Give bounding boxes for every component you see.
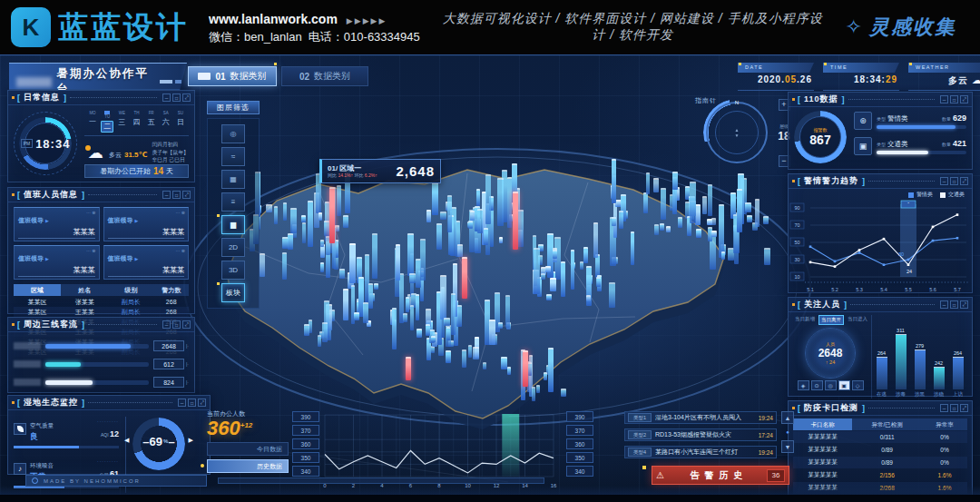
- collapse-icon[interactable]: ─: [940, 177, 948, 185]
- expand-icon[interactable]: ⤢: [960, 95, 968, 103]
- flow-track: [45, 344, 149, 349]
- data-tower: [763, 216, 768, 224]
- window-icon[interactable]: □: [950, 95, 958, 103]
- alert-item[interactable]: 类型2RD13-53烟感报警疑似火灾17:24: [624, 428, 777, 441]
- tool-building[interactable]: ▦: [221, 170, 245, 189]
- tool-3d[interactable]: 3D: [221, 261, 245, 280]
- window-icon[interactable]: □: [950, 177, 958, 185]
- alert-history-banner[interactable]: ⚠ 告警历史 36: [652, 466, 789, 485]
- window-icon[interactable]: □: [172, 94, 181, 102]
- window-icon[interactable]: □: [188, 399, 196, 407]
- data-tower: [396, 244, 401, 280]
- persons-tab[interactable]: 当日进入: [846, 315, 869, 325]
- tool-2d[interactable]: 2D: [221, 238, 245, 257]
- collapse-icon[interactable]: ─: [162, 94, 171, 102]
- window-icon[interactable]: □: [950, 404, 958, 412]
- weekday[interactable]: FR五: [145, 111, 158, 133]
- category-icon-0[interactable]: ◈: [798, 380, 809, 390]
- data-tower: [631, 231, 634, 266]
- tool-block[interactable]: 板块: [221, 283, 245, 302]
- data-tower: [320, 240, 324, 246]
- expand-icon[interactable]: ⤢: [198, 399, 206, 407]
- weekday[interactable]: WE三: [115, 111, 128, 133]
- layer-tools: ◎≈▦≡▆2D3D板块: [207, 118, 260, 309]
- persons-tab[interactable]: 当日新增: [793, 315, 817, 325]
- scroll-up-icon[interactable]: ▲: [781, 411, 794, 424]
- inspiration-collect[interactable]: ✧ 灵感收集: [846, 14, 956, 41]
- tab-data-category-1[interactable]: 01 数据类别: [188, 66, 277, 86]
- gauge-left-arrow[interactable]: ◀: [124, 437, 129, 444]
- weekday-en: WE: [115, 111, 128, 115]
- collapse-icon[interactable]: ─: [162, 191, 171, 199]
- alert-item[interactable]: 类型1湿地3-104片区有不明人员闯入19:24: [624, 411, 777, 424]
- lunar-calendar: 闰四月初四 庚子年【鼠年】 辛巳月 己巳日: [152, 141, 189, 164]
- weekday[interactable]: SA六: [160, 111, 172, 133]
- data-tower: [690, 182, 696, 223]
- expand-icon[interactable]: ⤢: [182, 94, 191, 102]
- expand-icon[interactable]: ⤢: [960, 300, 968, 309]
- level-dots: ·········: [97, 458, 119, 464]
- tool-poi[interactable]: ◎: [221, 124, 245, 143]
- collapse-icon[interactable]: ─: [940, 95, 948, 103]
- y-axis-left: 390370360350340: [292, 411, 319, 477]
- collapse-icon[interactable]: ─: [940, 300, 948, 309]
- card-mini-icons: ··· ⊗: [86, 210, 96, 215]
- data-tower: [643, 192, 648, 214]
- tool-list[interactable]: ≡: [221, 192, 245, 212]
- category-icon-3[interactable]: ▣: [838, 380, 850, 390]
- category-icon-4[interactable]: ◇: [852, 380, 864, 390]
- weekday-en: SA: [160, 111, 172, 115]
- alert-history-count: 36: [767, 469, 785, 482]
- axis-tick: 390: [292, 411, 319, 422]
- duty-leader-card[interactable]: 值班领导▶··· ⊗某某某: [103, 245, 190, 280]
- data-tower: [457, 244, 463, 257]
- window-icon[interactable]: □: [950, 300, 958, 309]
- data-tower: [580, 261, 583, 269]
- tab-data-category-2[interactable]: 02 数据类别: [281, 66, 368, 86]
- data-tower: [451, 293, 456, 335]
- gauge-right-arrow[interactable]: ▶: [189, 437, 193, 444]
- card-mini-icons: ··· ⊗: [175, 210, 185, 215]
- duty-leader-card[interactable]: 值班领导▶··· ⊗某某某: [103, 207, 190, 241]
- duty-leader-card[interactable]: 值班领导▶··· ⊗某某某: [14, 245, 100, 280]
- expand-icon[interactable]: ⤢: [182, 191, 191, 199]
- website-link[interactable]: www.lanlanwork.com: [209, 12, 338, 26]
- persons-tab[interactable]: 当日离开: [818, 315, 844, 325]
- legend-item: 警情类: [908, 191, 933, 199]
- alert-time: 19:24: [759, 415, 773, 421]
- weekday-active[interactable]: TU二: [101, 111, 113, 133]
- tool-radar[interactable]: ≈: [221, 147, 245, 166]
- history-data-button[interactable]: 历史数据: [207, 459, 289, 473]
- alarm-type-top: 类型交通类数量421: [877, 139, 966, 149]
- alert-item[interactable]: 类型4某路口有小汽车连闯三个红灯19:24: [624, 446, 777, 458]
- weekday-en: FR: [145, 111, 158, 115]
- data-tower: [745, 202, 750, 212]
- today-data-button[interactable]: 今日数据: [207, 442, 289, 456]
- expand-icon[interactable]: ⤢: [182, 320, 191, 329]
- weekday[interactable]: MO一: [86, 111, 99, 133]
- table-row: 某某某某某0/890%: [793, 457, 967, 468]
- window-icon[interactable]: □: [172, 191, 181, 199]
- expand-icon[interactable]: ⤢: [960, 177, 968, 185]
- data-tower: [646, 172, 650, 194]
- flow-fill: [45, 362, 81, 367]
- legend-label: 交通类: [948, 191, 965, 199]
- checkpoint-name: 某某某某某: [793, 458, 852, 467]
- expand-icon[interactable]: ⤢: [960, 404, 968, 412]
- collapse-icon[interactable]: ─: [940, 404, 948, 412]
- collapse-icon[interactable]: ─: [178, 399, 186, 407]
- weekday[interactable]: TH四: [130, 111, 142, 133]
- data-tower: [619, 211, 623, 229]
- tool-chart[interactable]: ▆: [221, 215, 245, 234]
- category-icon-2[interactable]: ◎: [825, 380, 837, 390]
- data-tower: [462, 349, 466, 368]
- eco-metric: 空气质量良·········AQI 12: [14, 415, 119, 448]
- data-tower: [666, 226, 670, 232]
- scroll-down-icon[interactable]: ▼: [781, 440, 794, 453]
- window-icon[interactable]: □: [172, 320, 181, 329]
- collapse-icon[interactable]: ─: [162, 320, 171, 329]
- weekday-en: TU: [101, 114, 113, 119]
- duty-leader-card[interactable]: 值班领导▶··· ⊗某某某: [14, 207, 100, 241]
- weekday[interactable]: SU日: [174, 111, 187, 133]
- category-icon-1[interactable]: ⊙: [811, 380, 823, 390]
